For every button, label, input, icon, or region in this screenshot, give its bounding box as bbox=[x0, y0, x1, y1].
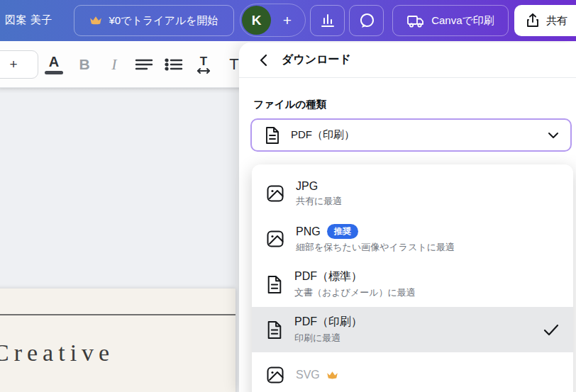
crown-icon bbox=[326, 371, 338, 380]
bar-chart-icon bbox=[320, 13, 336, 28]
option-subtitle: 共有に最適 bbox=[296, 195, 559, 208]
page-divider-line bbox=[0, 314, 236, 315]
option-title: JPG bbox=[296, 180, 318, 193]
italic-button[interactable]: I bbox=[100, 50, 128, 79]
trial-button-label: ¥0でトライアルを開始 bbox=[109, 14, 218, 28]
option-title: PDF（標準） bbox=[294, 269, 362, 284]
menu-option-svg[interactable]: SVG bbox=[252, 352, 573, 392]
font-size-increase-button[interactable]: + bbox=[0, 50, 38, 79]
bold-button[interactable]: B bbox=[70, 50, 99, 79]
option-title: SVG bbox=[296, 369, 320, 381]
menu-option-pdf-print[interactable]: PDF（印刷） 印刷に最適 bbox=[252, 307, 573, 352]
document-title[interactable]: 図案 美子 bbox=[5, 13, 52, 27]
truck-icon bbox=[406, 13, 425, 28]
option-texts: PDF（標準） 文書（およびメール）に最適 bbox=[294, 269, 559, 299]
file-type-select[interactable]: PDF（印刷） bbox=[250, 118, 572, 152]
add-member-button[interactable]: + bbox=[271, 12, 304, 29]
image-icon bbox=[266, 230, 284, 248]
panel-header: ダウンロード bbox=[239, 43, 576, 78]
option-subtitle: 文書（およびメール）に最適 bbox=[294, 286, 559, 299]
back-button[interactable] bbox=[255, 52, 272, 69]
italic-letter: I bbox=[111, 55, 116, 74]
option-subtitle: 細部を保ちたい画像やイラストに最適 bbox=[296, 241, 559, 254]
alignment-button[interactable] bbox=[130, 50, 158, 79]
file-type-label: ファイルの種類 bbox=[253, 98, 326, 111]
menu-option-pdf-standard[interactable]: PDF（標準） 文書（およびメール）に最適 bbox=[252, 262, 573, 307]
menu-option-jpg[interactable]: JPG 共有に最適 bbox=[252, 171, 573, 216]
page-text-element[interactable]: Creative bbox=[0, 340, 114, 366]
share-upload-icon bbox=[526, 13, 540, 28]
option-title: PDF（印刷） bbox=[294, 315, 362, 330]
text-color-swatch bbox=[45, 71, 63, 74]
panel-title: ダウンロード bbox=[282, 52, 351, 67]
letter-spacing-icon bbox=[195, 67, 212, 74]
checkmark-icon bbox=[543, 324, 559, 336]
print-button-label: Canvaで印刷 bbox=[431, 14, 494, 28]
chat-bubble-icon bbox=[358, 12, 375, 29]
avatar[interactable]: K bbox=[242, 6, 271, 35]
file-type-value: PDF（印刷） bbox=[291, 128, 537, 142]
avatar-group: K + bbox=[240, 4, 306, 37]
design-page: Creative bbox=[0, 289, 236, 392]
case-letter: T bbox=[229, 55, 238, 74]
text-color-letter: A bbox=[49, 55, 59, 69]
trial-button[interactable]: ¥0でトライアルを開始 bbox=[74, 5, 234, 36]
option-texts: JPG 共有に最適 bbox=[296, 180, 559, 208]
spacing-letter: T bbox=[200, 55, 207, 67]
bold-letter: B bbox=[79, 56, 89, 73]
top-bar: 図案 美子 ¥0でトライアルを開始 K + Canvaで印刷 共有 bbox=[0, 0, 576, 41]
image-icon bbox=[266, 184, 284, 203]
insights-button[interactable] bbox=[310, 5, 345, 36]
file-icon bbox=[265, 126, 280, 145]
option-subtitle: 印刷に最適 bbox=[294, 332, 532, 345]
file-icon bbox=[266, 275, 283, 294]
recommended-badge: 推奨 bbox=[327, 224, 358, 239]
share-button[interactable]: 共有 bbox=[514, 5, 576, 36]
option-texts: SVG bbox=[296, 369, 559, 381]
chevron-left-icon bbox=[259, 54, 267, 67]
option-title: PNG bbox=[296, 225, 321, 238]
print-button[interactable]: Canvaで印刷 bbox=[392, 5, 509, 36]
share-button-label: 共有 bbox=[546, 14, 567, 28]
file-icon bbox=[266, 320, 283, 340]
file-type-menu: JPG 共有に最適 PNG 推奨 細部を保ちたい画像やイラストに最適 PDF（標… bbox=[252, 164, 573, 392]
download-panel: ダウンロード ファイルの種類 PDF（印刷） JPG 共有に最適 bbox=[239, 43, 576, 392]
option-texts: PDF（印刷） 印刷に最適 bbox=[294, 315, 532, 345]
menu-option-png[interactable]: PNG 推奨 細部を保ちたい画像やイラストに最適 bbox=[252, 216, 573, 262]
bullet-list-icon bbox=[165, 57, 183, 72]
letter-spacing-button[interactable]: T bbox=[189, 50, 218, 79]
image-icon bbox=[266, 366, 284, 384]
crown-icon bbox=[89, 16, 102, 26]
option-texts: PNG 推奨 細部を保ちたい画像やイラストに最適 bbox=[296, 224, 559, 254]
bullet-list-button[interactable] bbox=[160, 50, 188, 79]
comments-button[interactable] bbox=[349, 5, 384, 36]
text-color-button[interactable]: A bbox=[40, 50, 68, 79]
chevron-down-icon bbox=[548, 132, 559, 139]
align-left-icon bbox=[135, 57, 153, 72]
